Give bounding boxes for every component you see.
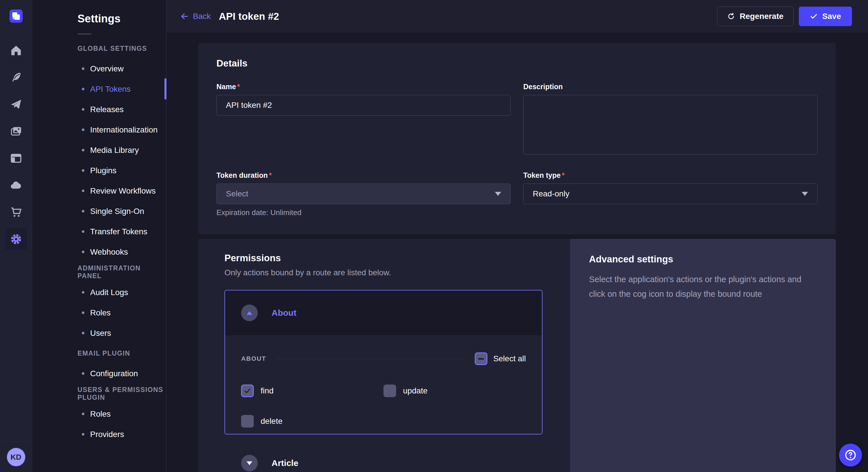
select-all-control[interactable]: Select all <box>475 352 526 365</box>
bullet-icon <box>82 129 84 131</box>
accordion-article-title: Article <box>272 458 298 468</box>
deploy-paper-plane-icon[interactable] <box>9 98 23 111</box>
sidebar-item-admin-users[interactable]: Users <box>32 323 166 343</box>
media-library-icon[interactable] <box>9 125 23 138</box>
sidebar-item-webhooks[interactable]: Webhooks <box>32 242 166 262</box>
sidebar-item-admin-roles[interactable]: Roles <box>32 303 166 323</box>
required-asterisk: * <box>269 171 272 179</box>
sidebar-item-releases[interactable]: Releases <box>32 99 166 120</box>
back-link[interactable]: Back <box>180 12 211 21</box>
nav-section-email-plugin: EMAIL PLUGIN Configuration <box>32 343 166 384</box>
sidebar-item-transfer-tokens[interactable]: Transfer Tokens <box>32 222 166 242</box>
required-asterisk: * <box>562 171 565 179</box>
bullet-icon <box>82 108 84 111</box>
settings-subnav: Settings GLOBAL SETTINGS Overview API To… <box>32 0 166 472</box>
main-area: Back API token #2 Regenerate Save Detail… <box>166 0 868 472</box>
sidebar-item-media-library[interactable]: Media Library <box>32 140 166 160</box>
subnav-divider <box>78 34 91 34</box>
question-mark-icon <box>844 449 857 461</box>
details-card: Details Name* Description <box>198 43 836 234</box>
update-checkbox[interactable] <box>383 384 396 397</box>
token-type-select[interactable]: Read-only <box>523 183 817 204</box>
check-icon <box>243 387 251 395</box>
accordion-about-header[interactable]: About <box>225 291 542 335</box>
find-checkbox[interactable] <box>241 384 254 397</box>
description-field: Description <box>523 82 817 156</box>
workspace-logo-button[interactable] <box>0 0 32 32</box>
bullet-icon <box>82 230 84 233</box>
details-heading: Details <box>216 58 817 69</box>
regenerate-button[interactable]: Regenerate <box>717 7 794 26</box>
settings-gear-icon[interactable] <box>5 228 27 250</box>
check-icon <box>810 12 818 20</box>
subnav-title: Settings <box>32 12 166 25</box>
sidebar-item-single-sign-on[interactable]: Single Sign-On <box>32 201 166 222</box>
nav-section-administration-panel: ADMINISTRATION PANEL Audit Logs Roles Us… <box>32 262 166 343</box>
accordion-about-title: About <box>272 308 297 318</box>
content-type-builder-layout-icon[interactable] <box>9 151 23 165</box>
collapse-toggle-button[interactable] <box>241 305 258 321</box>
bullet-icon <box>82 372 84 375</box>
refresh-icon <box>727 12 735 20</box>
permission-action-update[interactable]: update <box>383 384 526 397</box>
description-textarea[interactable] <box>523 95 817 155</box>
permission-action-delete[interactable]: delete <box>241 415 383 428</box>
token-duration-select[interactable]: Select <box>216 183 510 204</box>
user-avatar[interactable]: KD <box>7 448 25 466</box>
marketplace-cart-icon[interactable] <box>9 205 23 219</box>
token-duration-label: Token duration* <box>216 171 510 179</box>
name-input[interactable] <box>216 95 510 115</box>
permissions-card: Permissions Only actions bound by a rout… <box>198 239 836 472</box>
bullet-icon <box>82 311 84 314</box>
select-all-checkbox[interactable] <box>475 352 487 365</box>
description-label: Description <box>523 82 817 91</box>
sidebar-item-audit-logs[interactable]: Audit Logs <box>32 282 166 303</box>
bullet-icon <box>82 291 84 294</box>
bullet-icon <box>82 210 84 212</box>
sidebar-item-up-providers[interactable]: Providers <box>32 424 166 444</box>
sidebar-item-overview[interactable]: Overview <box>32 59 166 79</box>
nav-section-label: ADMINISTRATION PANEL <box>32 262 166 282</box>
bullet-icon <box>82 149 84 151</box>
permissions-panel: Permissions Only actions bound by a rout… <box>198 239 570 472</box>
bullet-icon <box>82 88 84 90</box>
expand-toggle-button[interactable] <box>241 455 258 471</box>
expiration-hint: Expiration date: Unlimited <box>216 208 510 217</box>
nav-section-users-permissions-plugin: USERS & PERMISSIONS PLUGIN Roles Provide… <box>32 384 166 444</box>
accordion-about: About ABOUT Select all <box>224 290 542 434</box>
sidebar-item-email-configuration[interactable]: Configuration <box>32 363 166 384</box>
delete-checkbox[interactable] <box>241 415 254 428</box>
advanced-settings-description: Select the application's actions or the … <box>589 272 816 301</box>
main-nav-rail: KD <box>0 0 32 472</box>
sidebar-item-api-tokens[interactable]: API Tokens <box>32 79 166 99</box>
advanced-settings-panel: Advanced settings Select the application… <box>570 239 836 472</box>
page-title: API token #2 <box>219 11 279 22</box>
cloud-icon[interactable] <box>9 178 23 192</box>
name-field: Name* <box>216 82 510 156</box>
home-icon[interactable] <box>9 43 23 57</box>
sidebar-item-plugins[interactable]: Plugins <box>32 160 166 181</box>
bullet-icon <box>82 413 84 415</box>
permissions-heading: Permissions <box>224 252 542 264</box>
accordion-article-header[interactable]: Article <box>224 449 542 472</box>
chevron-up-icon <box>247 311 252 315</box>
sidebar-item-internationalization[interactable]: Internationalization <box>32 120 166 140</box>
advanced-settings-heading: Advanced settings <box>589 254 816 265</box>
content-manager-feather-icon[interactable] <box>9 71 23 84</box>
token-type-field: Token type* Read-only <box>523 171 817 217</box>
save-button[interactable]: Save <box>799 7 852 26</box>
strapi-admin-app: KD Settings GLOBAL SETTINGS Overview API… <box>0 0 868 472</box>
help-button[interactable] <box>839 444 862 467</box>
indeterminate-dash-icon <box>478 358 484 360</box>
nav-section-label: EMAIL PLUGIN <box>32 343 166 363</box>
bullet-icon <box>82 250 84 253</box>
sidebar-item-up-roles[interactable]: Roles <box>32 404 166 424</box>
permission-action-find[interactable]: find <box>241 384 383 397</box>
token-duration-field: Token duration* Select Expiration date: … <box>216 171 510 217</box>
chevron-down-icon <box>247 461 252 465</box>
sidebar-item-review-workflows[interactable]: Review Workflows <box>32 181 166 201</box>
required-asterisk: * <box>237 82 240 91</box>
bullet-icon <box>82 169 84 172</box>
rail-icon-list <box>5 32 27 441</box>
chevron-down-icon <box>495 192 501 196</box>
